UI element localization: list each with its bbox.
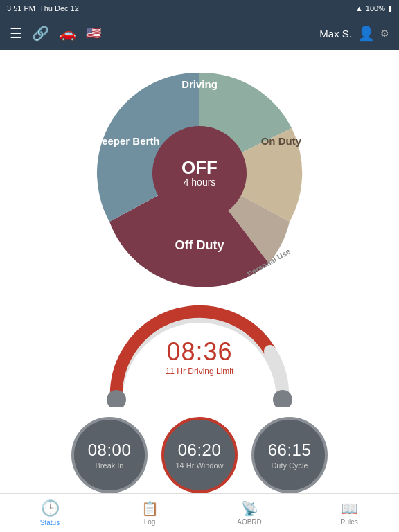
gauge-center-text: 08:36 11 Hr Driving Limit [166, 337, 234, 376]
rules-tab-label: Rules [340, 518, 358, 526]
rules-tab-icon: 📖 [341, 500, 358, 517]
pie-container: OFF 4 hours Driving On Duty Sleeper Bert… [85, 59, 314, 287]
nav-bar: ☰ 🔗 🚗 🇺🇸 Max S. 👤 ⚙ [0, 17, 399, 50]
vehicle-icon: 🚗 [59, 25, 76, 42]
settings-icon[interactable]: ⚙ [380, 28, 389, 39]
tab-aobrd[interactable]: 📡 AOBRD [200, 494, 299, 532]
gauge-wrapper: 08:36 11 Hr Driving Limit [96, 296, 303, 407]
14hr-window-badge: 06:20 14 Hr Window [161, 417, 238, 493]
log-tab-icon: 📋 [141, 500, 159, 517]
status-bar: 3:51 PM Thu Dec 12 ▲ 100% ▮ [0, 0, 399, 17]
circles-row: 08:00 Break In 06:20 14 Hr Window 66:15 … [60, 410, 339, 493]
wifi-icon: ▲ [355, 4, 363, 12]
status-tab-icon: 🕒 [41, 499, 60, 517]
14hr-window-label: 14 Hr Window [175, 461, 223, 470]
aobrd-tab-icon: 📡 [241, 500, 258, 517]
center-circle [152, 126, 247, 220]
gauge-driving-limit-label: 11 Hr Driving Limit [166, 366, 234, 376]
svg-point-1 [273, 390, 292, 407]
link-icon: 🔗 [32, 25, 49, 42]
nav-bar-right: Max S. 👤 ⚙ [319, 25, 389, 42]
pie-chart-svg [85, 59, 314, 287]
gauge-time: 08:36 [166, 337, 234, 366]
nav-bar-left: ☰ 🔗 🚗 🇺🇸 [10, 25, 101, 42]
battery-level: 100% [366, 4, 385, 12]
status-tab-label: Status [40, 519, 60, 526]
duty-cycle-badge: 66:15 Duty Cycle [251, 417, 328, 493]
flag-icon: 🇺🇸 [86, 26, 101, 41]
break-in-time: 08:00 [88, 441, 132, 460]
break-in-label: Break In [96, 461, 124, 470]
duty-cycle-time: 66:15 [268, 441, 312, 460]
status-bar-left: 3:51 PM Thu Dec 12 [7, 4, 79, 12]
circle-duty-cycle: 66:15 Duty Cycle [251, 417, 328, 493]
break-in-badge: 08:00 Break In [71, 417, 148, 493]
tab-bar: 🕒 Status 📋 Log 📡 AOBRD 📖 Rules [0, 493, 399, 532]
log-tab-label: Log [144, 518, 156, 526]
user-icon: 👤 [357, 25, 375, 42]
14hr-window-time: 06:20 [178, 441, 222, 460]
aobrd-tab-label: AOBRD [237, 518, 262, 526]
status-date: Thu Dec 12 [39, 4, 79, 12]
tab-status[interactable]: 🕒 Status [0, 494, 100, 532]
main-content: OFF 4 hours Driving On Duty Sleeper Bert… [0, 50, 399, 493]
duty-cycle-label: Duty Cycle [271, 461, 308, 470]
status-time: 3:51 PM [7, 4, 35, 12]
username-label: Max S. [319, 28, 352, 39]
tab-rules[interactable]: 📖 Rules [299, 494, 399, 532]
circle-14hr-window: 06:20 14 Hr Window [161, 417, 238, 493]
status-bar-right: ▲ 100% ▮ [355, 4, 392, 13]
menu-button[interactable]: ☰ [10, 25, 22, 42]
tab-log[interactable]: 📋 Log [100, 494, 200, 532]
gauge-section: 08:36 11 Hr Driving Limit 08:00 Break In… [0, 289, 399, 493]
battery-icon: ▮ [388, 4, 392, 13]
chart-section: OFF 4 hours Driving On Duty Sleeper Bert… [0, 50, 399, 289]
circle-break-in: 08:00 Break In [71, 417, 148, 493]
svg-point-0 [107, 390, 126, 407]
